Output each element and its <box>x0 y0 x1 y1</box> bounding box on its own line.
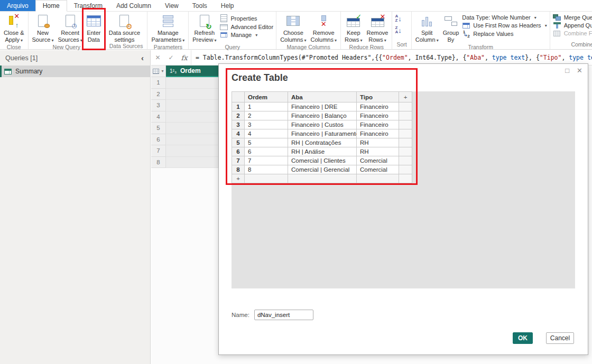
table-cell[interactable]: 5 <box>245 138 288 147</box>
row-number[interactable]: 4 <box>151 111 166 123</box>
refresh-preview-button[interactable]: ↻ Refresh Preview▾ <box>190 12 218 44</box>
manage-parameters-button[interactable]: Manage Parameters▾ <box>149 12 187 44</box>
remove-rows-button[interactable]: ✕ Remove Rows▾ <box>365 12 391 44</box>
group-by-button[interactable]: Group By <box>441 12 461 43</box>
table-cell[interactable]: Comercial <box>357 165 399 174</box>
data-source-settings-button[interactable]: ⚙ Data source settings <box>107 12 142 43</box>
add-column-cell <box>399 156 412 165</box>
tab-transform[interactable]: Transform <box>67 0 109 11</box>
table-row: 66RH | AnáliseRH <box>232 147 412 156</box>
close-and-apply-button[interactable]: ✕↑ Close & Apply▾ <box>2 12 26 44</box>
group-by-icon <box>445 14 457 28</box>
corner-header-cell <box>232 92 245 102</box>
table-cell[interactable]: Financeiro | Custos <box>288 120 357 129</box>
append-queries-icon <box>553 22 561 29</box>
row-number[interactable]: 7 <box>232 156 245 165</box>
table-cell[interactable]: 1 <box>245 102 288 111</box>
tab-home[interactable]: Home <box>35 0 67 12</box>
recent-sources-icon: ◷ <box>66 14 75 28</box>
properties-button[interactable]: Properties <box>219 14 273 22</box>
tab-arquivo[interactable]: Arquivo <box>0 0 35 11</box>
select-all-button[interactable]: ▾ <box>151 66 166 77</box>
formula-cancel-button[interactable]: ✕ <box>151 50 164 65</box>
tab-help[interactable]: Help <box>214 0 241 11</box>
fx-icon: fx <box>178 50 191 65</box>
table-cell[interactable]: 2 <box>245 111 288 120</box>
advanced-editor-button[interactable]: Advanced Editor <box>219 24 273 30</box>
row-number[interactable]: 6 <box>151 134 166 146</box>
table-cell[interactable]: RH | Contratações <box>288 138 357 147</box>
row-number[interactable]: 2 <box>151 89 166 100</box>
ribbon-group-new-query: New Source▾ ◷ Recent Sources▾ Enter Data <box>29 12 105 49</box>
append-queries-button[interactable]: Append Queries ▾ <box>553 22 592 29</box>
remove-columns-button[interactable]: ✕ Remove Columns▾ <box>309 12 339 44</box>
query-list-item-summary[interactable]: Summary <box>0 66 150 77</box>
add-column-cell <box>399 165 412 174</box>
choose-columns-button[interactable]: Choose Columns▾ <box>278 12 308 44</box>
table-cell[interactable]: Comercial | Gerencial <box>288 165 357 174</box>
table-cell[interactable]: Comercial | Clientes <box>288 156 357 165</box>
table-cell[interactable]: 4 <box>245 129 288 138</box>
table-cell[interactable]: 8 <box>245 165 288 174</box>
maximize-icon[interactable]: □ <box>565 67 569 74</box>
use-first-row-as-headers-button[interactable]: Use First Row as Headers ▾ <box>462 22 547 29</box>
table-cell[interactable]: Financeiro <box>357 102 399 111</box>
enter-data-button[interactable]: Enter Data <box>85 12 103 43</box>
row-number[interactable]: 1 <box>232 102 245 111</box>
add-column-button[interactable]: + <box>399 92 412 102</box>
ribbon-group-query: ↻ Refresh Preview▾ Properties Advanced E… <box>189 12 276 49</box>
merge-queries-button[interactable]: Merge Queries ▾ <box>553 14 592 21</box>
sort-ascending-button[interactable]: AZ ↓ <box>395 14 401 23</box>
data-type-button[interactable]: Data Type: Whole Number ▾ <box>462 14 547 21</box>
replace-values-button[interactable]: 1↳2 Replace Values <box>462 30 547 38</box>
row-number[interactable]: 5 <box>232 138 245 147</box>
table-row: 33Financeiro | CustosFinanceiro <box>232 120 412 129</box>
dialog-title: Create Table <box>232 72 288 83</box>
column-header-tipo[interactable]: Tipo <box>357 92 399 102</box>
add-row-button[interactable]: + <box>232 174 245 183</box>
row-number[interactable]: 7 <box>151 145 166 157</box>
sort-descending-button[interactable]: ZA ↓ <box>395 26 401 34</box>
table-cell[interactable]: Financeiro | DRE <box>288 102 357 111</box>
split-column-button[interactable]: Split Column▾ <box>413 12 441 44</box>
table-cell[interactable]: RH <box>357 138 399 147</box>
row-number[interactable]: 2 <box>232 111 245 120</box>
column-header-ordem[interactable]: Ordem <box>245 92 288 102</box>
table-cell[interactable]: Financeiro | Faturamento <box>288 129 357 138</box>
new-source-button[interactable]: New Source▾ <box>30 12 56 44</box>
row-number[interactable]: 5 <box>151 123 166 134</box>
table-cell[interactable]: Financeiro <box>357 129 399 138</box>
formula-input[interactable]: = Table.TransformColumnTypes(#"Promoted … <box>191 50 592 65</box>
table-cell[interactable]: Financeiro <box>357 120 399 129</box>
column-header-aba[interactable]: Aba <box>288 92 357 102</box>
row-number[interactable]: 1 <box>151 77 166 89</box>
keep-rows-button[interactable]: ✓ Keep Rows▾ <box>343 12 365 44</box>
tab-view[interactable]: View <box>158 0 186 11</box>
table-cell[interactable]: Financeiro | Balanço <box>288 111 357 120</box>
close-icon[interactable]: ✕ <box>577 67 582 74</box>
table-cell[interactable]: RH <box>357 147 399 156</box>
row-number[interactable]: 4 <box>232 129 245 138</box>
table-cell[interactable]: 3 <box>245 120 288 129</box>
table-cell[interactable]: Financeiro <box>357 111 399 120</box>
recent-sources-button[interactable]: ◷ Recent Sources▾ <box>56 12 84 44</box>
table-cell[interactable]: 6 <box>245 147 288 156</box>
collapse-pane-button[interactable]: ‹ <box>141 53 144 62</box>
table-cell[interactable]: Comercial <box>357 156 399 165</box>
tab-tools[interactable]: Tools <box>186 0 214 11</box>
formula-commit-button[interactable]: ✓ <box>164 50 178 65</box>
name-input[interactable] <box>254 310 313 320</box>
table-cell[interactable]: 7 <box>245 156 288 165</box>
row-number[interactable]: 6 <box>232 147 245 156</box>
row-number[interactable]: 8 <box>151 157 166 169</box>
manage-button[interactable]: Manage ▾ <box>219 32 273 38</box>
row-number[interactable]: 3 <box>151 100 166 111</box>
enter-data-icon <box>87 14 101 28</box>
table-cell[interactable]: RH | Análise <box>288 147 357 156</box>
ok-button[interactable]: OK <box>513 332 533 344</box>
cancel-button[interactable]: Cancel <box>546 332 574 344</box>
row-number[interactable]: 8 <box>232 165 245 174</box>
tab-add-column[interactable]: Add Column <box>109 0 158 11</box>
row-number[interactable]: 3 <box>232 120 245 129</box>
ribbon-group-label: Combine <box>552 41 592 49</box>
